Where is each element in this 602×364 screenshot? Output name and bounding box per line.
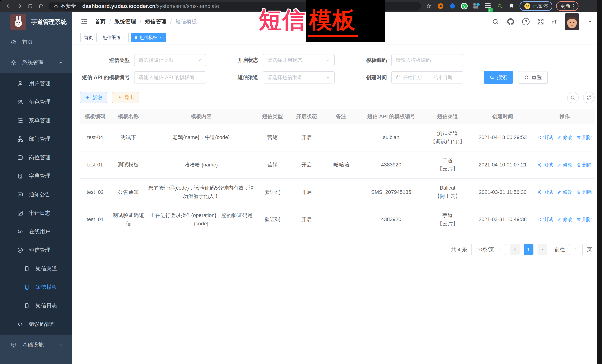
jump-page-input[interactable] xyxy=(569,244,583,255)
sidebar-item-roles[interactable]: 角色管理 xyxy=(0,93,72,111)
url-bar[interactable]: 不安全 dashboard.yudao.iocoder.cn/system/sm… xyxy=(49,2,421,10)
search-icon[interactable] xyxy=(492,18,499,25)
user-avatar[interactable] xyxy=(565,13,579,30)
browser-update-pill[interactable]: 更新 xyxy=(556,1,579,11)
page-size-select[interactable]: 10条/页 xyxy=(471,244,506,255)
breadcrumb-system[interactable]: 系统管理 xyxy=(115,18,136,25)
security-warning[interactable]: 不安全 xyxy=(53,3,76,10)
test-link[interactable]: 测试 xyxy=(538,188,553,196)
help-icon[interactable]: ? xyxy=(522,18,529,25)
test-link[interactable]: 测试 xyxy=(538,134,553,141)
sidebar-item-audit-log[interactable]: 审计日志 xyxy=(0,204,72,222)
close-icon[interactable]: × xyxy=(123,35,125,40)
current-page[interactable]: 1 xyxy=(524,244,533,255)
system-submenu: 用户管理 角色管理 菜单管理 部门管理 岗位管理 字典管理 通知公告 xyxy=(0,73,72,334)
add-button[interactable]: 新增 xyxy=(80,92,107,103)
sidebar-item-home[interactable]: 首页 xyxy=(0,32,72,52)
share-icon xyxy=(538,217,542,222)
app-logo[interactable]: 芋道管理系统 xyxy=(0,12,72,32)
trash-icon xyxy=(576,190,581,194)
sidebar-item-sms-template[interactable]: 短信模板 xyxy=(0,278,72,296)
table-row: test_02 公告通知 您的验证码{code}，该验证码5分钟内有效，请勿泄漏… xyxy=(80,178,595,206)
export-button[interactable]: 导出 xyxy=(112,92,139,103)
back-icon[interactable] xyxy=(4,1,13,11)
api-template-id-input[interactable] xyxy=(134,71,206,83)
close-icon[interactable]: × xyxy=(160,35,162,40)
channel-label: 短信渠道 xyxy=(206,74,263,81)
sidebar-item-infrastructure[interactable]: 基础设施 xyxy=(0,334,72,355)
reload-icon[interactable] xyxy=(25,1,35,11)
tab-home[interactable]: 首页 xyxy=(80,33,97,42)
bookmark-star-icon[interactable] xyxy=(425,2,433,10)
avatar-caret-icon[interactable] xyxy=(586,18,594,25)
sidebar-item-users[interactable]: 用户管理 xyxy=(0,74,72,93)
sidebar-item-departments[interactable]: 部门管理 xyxy=(0,130,72,148)
test-link[interactable]: 测试 xyxy=(538,216,553,223)
browser-menu-icon[interactable] xyxy=(573,4,574,9)
edit-icon xyxy=(557,135,562,140)
sidebar-item-error-codes[interactable]: 错误码管理 xyxy=(0,315,72,333)
github-icon[interactable] xyxy=(506,18,515,26)
date-range-picker[interactable]: 开始日期 - 结束日期 xyxy=(391,71,463,83)
channel-select[interactable] xyxy=(263,71,335,83)
delete-link[interactable]: 删除 xyxy=(576,134,592,141)
font-size-icon[interactable]: тT xyxy=(552,19,558,25)
online-signal-icon xyxy=(17,229,23,235)
tab-sms-template[interactable]: 短信模板 × xyxy=(131,33,166,42)
sidebar-item-sms[interactable]: 短信管理 xyxy=(0,241,72,260)
fullscreen-icon[interactable] xyxy=(537,18,544,25)
on-badge: on xyxy=(488,8,493,12)
sidebar-item-sms-channel[interactable]: 短信渠道 xyxy=(0,260,72,278)
chevron-right-icon xyxy=(540,248,544,252)
chevron-down-icon xyxy=(496,248,501,252)
table-header-row: 模板编码 模板名称 模板内容 短信类型 开启状态 备注 短信 API 的模板编号… xyxy=(80,109,595,124)
home-icon[interactable] xyxy=(36,1,46,11)
chevron-down-icon xyxy=(62,211,63,216)
extension-grid-icon[interactable] xyxy=(472,2,480,10)
security-label: 不安全 xyxy=(60,3,76,10)
template-code-input[interactable] xyxy=(391,54,463,66)
search-button[interactable]: 搜索 xyxy=(484,71,513,84)
col-name: 模板名称 xyxy=(111,109,146,124)
extension-kite-icon[interactable] xyxy=(448,2,457,10)
next-page-button[interactable] xyxy=(538,244,547,255)
breadcrumb-home[interactable]: 首页 xyxy=(95,18,106,25)
sidebar-item-menus[interactable]: 菜单管理 xyxy=(0,111,72,130)
prev-page-button[interactable] xyxy=(510,244,520,255)
delete-link[interactable]: 删除 xyxy=(576,216,592,223)
sidebar-item-notice[interactable]: 通知公告 xyxy=(0,185,72,204)
forward-icon[interactable] xyxy=(14,1,24,11)
extension-list-icon[interactable]: on xyxy=(484,2,492,10)
extension-magnifier-icon[interactable] xyxy=(496,2,504,10)
chevron-left-icon xyxy=(513,248,517,252)
status-select[interactable] xyxy=(263,54,335,66)
sidebar-item-online-users[interactable]: 在线用户 xyxy=(0,222,72,241)
sidebar-item-system[interactable]: 系统管理 xyxy=(0,52,72,73)
sidebar-item-dict[interactable]: 字典管理 xyxy=(0,167,72,185)
date-start-placeholder: 开始日期 xyxy=(403,74,422,81)
delete-link[interactable]: 删除 xyxy=(576,161,592,169)
test-link[interactable]: 测试 xyxy=(538,161,553,169)
extensions-puzzle-icon[interactable] xyxy=(508,2,516,10)
edit-link[interactable]: 修改 xyxy=(557,188,572,196)
sidebar: 芋道管理系统 首页 系统管理 用户管理 角色管理 菜单管理 部 xyxy=(0,12,72,364)
sidebar-item-posts[interactable]: 岗位管理 xyxy=(0,148,72,167)
edit-link[interactable]: 修改 xyxy=(557,216,572,223)
sidebar-item-label: 菜单管理 xyxy=(29,117,50,124)
sidebar-item-label: 在线用户 xyxy=(29,228,50,235)
refresh-table-button[interactable] xyxy=(583,92,595,103)
extension-adblock-icon[interactable] xyxy=(437,2,445,10)
sidebar-item-sms-log[interactable]: 短信日志 xyxy=(0,296,72,315)
sidebar-collapse-icon[interactable] xyxy=(80,18,88,25)
breadcrumb-sms[interactable]: 短信管理 xyxy=(145,18,166,25)
extension-y-icon[interactable]: y xyxy=(460,2,468,10)
delete-link[interactable]: 删除 xyxy=(576,188,592,196)
edit-link[interactable]: 修改 xyxy=(557,161,572,169)
sms-type-select[interactable] xyxy=(134,54,206,66)
tab-sms-channel[interactable]: 短信渠道 × xyxy=(99,33,129,42)
chevron-down-icon xyxy=(326,58,330,62)
reset-button[interactable]: 重置 xyxy=(518,71,548,84)
toggle-search-button[interactable] xyxy=(567,92,579,103)
edit-link[interactable]: 修改 xyxy=(557,134,572,141)
browser-profile-pill[interactable]: 已暂停 xyxy=(520,1,552,11)
